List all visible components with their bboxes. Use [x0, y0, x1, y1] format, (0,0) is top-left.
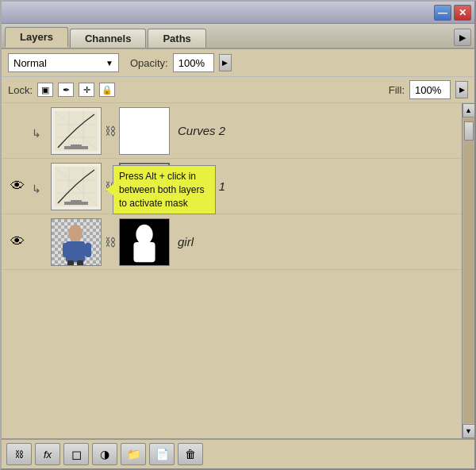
- layer-name-curves2: Curves 2: [178, 124, 460, 137]
- new-layer-button[interactable]: 📄: [149, 443, 175, 465]
- layer-row-curves1[interactable]: 👁 ↳: [2, 159, 462, 214]
- tab-channels[interactable]: Channels: [70, 29, 147, 48]
- scrollbar-right: ▲ ▼: [462, 103, 474, 438]
- svg-point-27: [136, 224, 152, 244]
- chain-icon-curves2[interactable]: ⛓: [103, 125, 117, 137]
- bottom-bar: ⛓ fx ◻ ◑ 📁 📄 🗑: [2, 438, 474, 468]
- svg-rect-7: [71, 144, 82, 147]
- scroll-thumb[interactable]: [464, 121, 474, 141]
- tabs-row: Layers Channels Paths ▶: [2, 24, 474, 49]
- adjustment-layer-button[interactable]: ◑: [92, 443, 117, 465]
- layer-mask-curves2[interactable]: [119, 107, 170, 155]
- svg-rect-15: [71, 200, 82, 202]
- scroll-down-button[interactable]: ▼: [463, 424, 475, 438]
- lock-label: Lock:: [8, 84, 33, 96]
- delete-layer-button[interactable]: 🗑: [178, 443, 203, 465]
- mask-svg-girl: [120, 218, 169, 266]
- tab-paths[interactable]: Paths: [148, 29, 205, 48]
- new-group-button[interactable]: 📁: [121, 443, 146, 465]
- tab-panel-arrow[interactable]: ▶: [454, 29, 471, 46]
- fill-value[interactable]: 100%: [409, 80, 451, 99]
- tab-layers[interactable]: Layers: [5, 27, 68, 48]
- link-layers-button[interactable]: ⛓: [6, 443, 32, 465]
- svg-rect-22: [63, 243, 69, 257]
- main-window: — ✕ Layers Channels Paths ▶ Normal ▼ Opa…: [0, 0, 476, 470]
- layer-thumb-curves1: [51, 163, 102, 210]
- close-button[interactable]: ✕: [454, 5, 471, 21]
- fill-label: Fill:: [389, 84, 405, 96]
- opacity-label: Opacity:: [130, 57, 168, 69]
- arrow-indent-curves1: ↳: [32, 178, 49, 195]
- layers-area: 👁 ↳: [2, 103, 474, 438]
- lock-row: Lock: ▣ ✒ ✛ 🔒 Fill: 100% ▶: [2, 77, 474, 103]
- layer-mask-girl[interactable]: [119, 218, 170, 266]
- opacity-value[interactable]: 100%: [173, 53, 214, 72]
- controls-row: Normal ▼ Opacity: 100% ▶: [2, 49, 474, 77]
- blend-mode-arrow-icon: ▼: [106, 59, 113, 67]
- svg-rect-25: [77, 260, 83, 266]
- scroll-up-button[interactable]: ▲: [463, 103, 475, 118]
- svg-point-20: [68, 225, 83, 242]
- layer-row-curves2[interactable]: 👁 ↳: [2, 103, 462, 159]
- layers-list: 👁 ↳: [2, 103, 462, 438]
- eye-icon-girl[interactable]: 👁: [3, 228, 32, 256]
- svg-rect-23: [85, 243, 91, 257]
- curves-svg-curves1: [55, 167, 98, 206]
- layer-name-girl: girl: [178, 235, 460, 248]
- opacity-arrow-button[interactable]: ▶: [219, 54, 232, 71]
- svg-rect-24: [67, 260, 74, 266]
- chain-icon-girl[interactable]: ⛓: [103, 236, 117, 248]
- blend-mode-dropdown[interactable]: Normal ▼: [8, 53, 119, 72]
- layer-thumb-curves2: [51, 107, 102, 155]
- lock-all-icon[interactable]: 🔒: [99, 83, 115, 97]
- svg-rect-28: [133, 242, 155, 262]
- lock-image-icon[interactable]: ✒: [58, 83, 74, 97]
- add-mask-button[interactable]: ◻: [63, 443, 89, 465]
- arrow-indent-curves2: ↳: [32, 122, 49, 140]
- layer-name-curves1: Curves 1: [178, 179, 460, 193]
- minimize-button[interactable]: —: [434, 5, 451, 21]
- blend-mode-value: Normal: [13, 57, 47, 69]
- titlebar: — ✕: [2, 2, 474, 24]
- lock-transparent-icon[interactable]: ▣: [37, 83, 53, 97]
- girl-thumb-svg: [52, 219, 102, 266]
- tooltip-arrow-icon: [106, 184, 113, 195]
- layer-thumb-girl: [51, 218, 102, 266]
- layer-row-girl[interactable]: 👁 ↳: [2, 214, 462, 270]
- fill-arrow-button[interactable]: ▶: [455, 81, 468, 98]
- eye-icon-curves1[interactable]: 👁: [3, 172, 32, 201]
- tooltip-activate-mask: Press Alt + click in between both layers…: [113, 165, 216, 214]
- scroll-track[interactable]: [463, 118, 474, 423]
- layer-fx-button[interactable]: fx: [35, 443, 60, 465]
- curves-svg-curves2: [55, 111, 98, 151]
- tooltip-text: Press Alt + click in between both layers…: [119, 171, 204, 209]
- lock-position-icon[interactable]: ✛: [79, 83, 94, 97]
